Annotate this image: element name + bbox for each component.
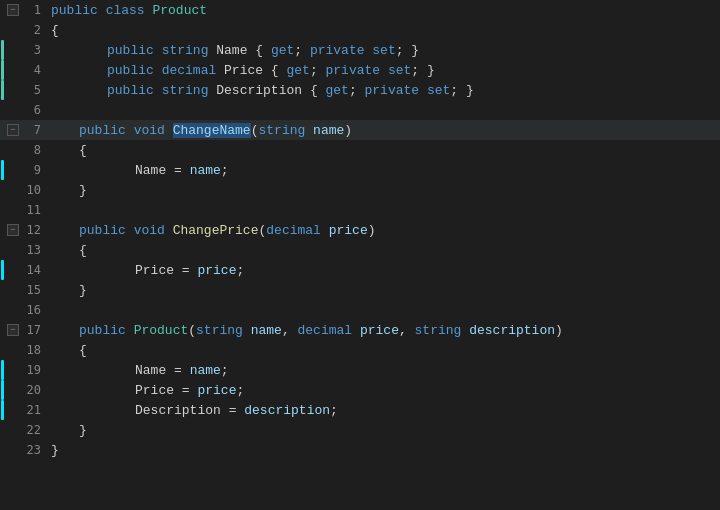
table-row: 10} (0, 180, 720, 200)
token: ; (294, 43, 310, 58)
line-number: 11 (27, 203, 41, 217)
code-line (45, 200, 720, 220)
table-row: 11 (0, 200, 720, 220)
line-number: 7 (34, 123, 41, 137)
token: Product (152, 3, 207, 18)
line-number: 9 (34, 163, 41, 177)
table-row: 13{ (0, 240, 720, 260)
fold-button[interactable]: − (7, 324, 19, 336)
code-line: Price = price; (45, 380, 720, 400)
token: } (51, 443, 59, 458)
token: ) (368, 223, 376, 238)
line-number: 13 (27, 243, 41, 257)
token: Description (135, 403, 221, 418)
token: ChangePrice (173, 223, 259, 238)
token: name (313, 123, 344, 138)
token: , (282, 323, 298, 338)
token: public (107, 83, 154, 98)
code-line: public class Product (45, 0, 720, 20)
fold-button[interactable]: − (7, 124, 19, 136)
line-number: 14 (27, 263, 41, 277)
token: get (271, 43, 294, 58)
token: = (174, 263, 197, 278)
line-number: 22 (27, 423, 41, 437)
token (165, 123, 173, 138)
token: = (166, 363, 189, 378)
code-line (45, 100, 720, 120)
token: string (196, 323, 243, 338)
code-line: Name = name; (45, 160, 720, 180)
table-row: −1public class Product (0, 0, 720, 20)
token: ; } (450, 83, 473, 98)
token: public (79, 223, 126, 238)
token: set (427, 83, 450, 98)
token: public (107, 43, 154, 58)
token: ; (236, 383, 244, 398)
token: set (388, 63, 411, 78)
code-line: public Product(string name, decimal pric… (45, 320, 720, 340)
token (165, 223, 173, 238)
token (216, 63, 224, 78)
token (154, 43, 162, 58)
token: ; (310, 63, 326, 78)
token: set (372, 43, 395, 58)
code-line: public string Name { get; private set; } (45, 40, 720, 60)
line-number: 2 (34, 23, 41, 37)
token: ChangeName (173, 123, 251, 138)
token (380, 63, 388, 78)
line-number: 20 (27, 383, 41, 397)
token: string (162, 43, 209, 58)
token: Price (135, 383, 174, 398)
line-number: 10 (27, 183, 41, 197)
table-row: 20Price = price; (0, 380, 720, 400)
token (243, 323, 251, 338)
token (126, 123, 134, 138)
token: ( (258, 223, 266, 238)
token (321, 223, 329, 238)
token: string (258, 123, 305, 138)
table-row: 4public decimal Price { get; private set… (0, 60, 720, 80)
token (419, 83, 427, 98)
line-number: 17 (27, 323, 41, 337)
fold-button[interactable]: − (7, 4, 19, 16)
line-number: 5 (34, 83, 41, 97)
token: Description (216, 83, 302, 98)
token: } (79, 423, 87, 438)
table-row: 6 (0, 100, 720, 120)
code-line: Price = price; (45, 260, 720, 280)
token (305, 123, 313, 138)
table-row: 8{ (0, 140, 720, 160)
code-line: } (45, 440, 720, 460)
token (208, 83, 216, 98)
token: { (263, 63, 286, 78)
token (154, 83, 162, 98)
token: = (221, 403, 244, 418)
token: description (244, 403, 330, 418)
token: = (174, 383, 197, 398)
fold-button[interactable]: − (7, 224, 19, 236)
token: price (197, 383, 236, 398)
table-row: 15} (0, 280, 720, 300)
token: Name (216, 43, 247, 58)
line-number: 6 (34, 103, 41, 117)
code-editor: −1public class Product2{3public string N… (0, 0, 720, 510)
token: ( (188, 323, 196, 338)
token: Price (135, 263, 174, 278)
table-row: 23} (0, 440, 720, 460)
line-number: 12 (27, 223, 41, 237)
token: { (79, 143, 87, 158)
token: name (251, 323, 282, 338)
code-line: { (45, 240, 720, 260)
token (352, 323, 360, 338)
token: void (134, 223, 165, 238)
token (126, 223, 134, 238)
token: public (51, 3, 98, 18)
token: ; } (411, 63, 434, 78)
token: price (197, 263, 236, 278)
token: public (79, 123, 126, 138)
token: decimal (266, 223, 321, 238)
code-line: } (45, 180, 720, 200)
table-row: 9Name = name; (0, 160, 720, 180)
table-row: 5public string Description { get; privat… (0, 80, 720, 100)
token: = (166, 163, 189, 178)
